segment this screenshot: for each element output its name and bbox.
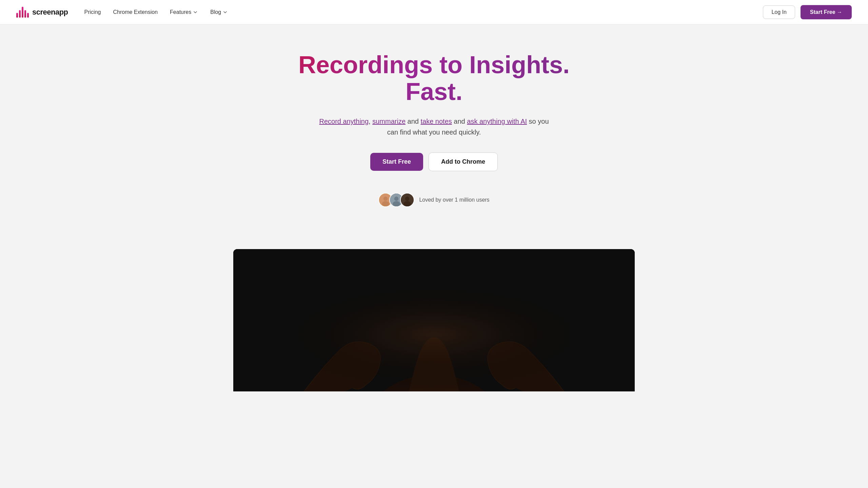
nav-blog-label: Blog — [210, 9, 221, 15]
logo-bar-4 — [24, 10, 26, 18]
video-section — [217, 249, 651, 391]
video-container[interactable] — [233, 249, 635, 391]
hero-title: Recordings to Insights. Fast. — [298, 52, 570, 105]
video-background — [233, 249, 635, 391]
nav-left: screenapp Pricing Chrome Extension Featu… — [16, 7, 228, 18]
nav-features-label: Features — [170, 9, 191, 15]
nav-link-pricing[interactable]: Pricing — [84, 9, 101, 15]
avatar-group — [378, 193, 414, 207]
blog-chevron-down-icon — [222, 9, 228, 15]
svg-point-4 — [394, 197, 399, 201]
logo[interactable]: screenapp — [16, 7, 68, 18]
hero-link-ai[interactable]: ask anything with AI — [467, 118, 527, 125]
svg-point-7 — [405, 197, 410, 201]
avatar-3 — [400, 193, 414, 207]
svg-point-2 — [382, 201, 390, 207]
nav-right: Log In Start Free → — [763, 5, 852, 19]
nav-link-blog[interactable]: Blog — [210, 9, 228, 15]
social-proof-text: Loved by over 1 million users — [419, 197, 489, 203]
start-free-nav-button[interactable]: Start Free → — [801, 5, 852, 19]
hero-link-notes[interactable]: take notes — [421, 118, 452, 125]
hero-link-record[interactable]: Record anything — [319, 118, 369, 125]
hero-section: Recordings to Insights. Fast. Record any… — [0, 24, 868, 249]
logo-bar-3 — [22, 7, 23, 18]
login-button[interactable]: Log In — [763, 5, 795, 19]
hero-sep3: and — [452, 118, 467, 125]
logo-icon — [16, 7, 29, 18]
hero-sep2: and — [406, 118, 420, 125]
logo-bar-2 — [19, 10, 21, 18]
svg-point-1 — [383, 197, 388, 201]
svg-point-8 — [404, 201, 411, 207]
nav-link-chrome[interactable]: Chrome Extension — [113, 9, 158, 15]
svg-rect-11 — [233, 249, 635, 391]
logo-bar-5 — [27, 13, 29, 18]
logo-text: screenapp — [32, 8, 68, 17]
social-proof: Loved by over 1 million users — [378, 193, 489, 207]
hero-link-summarize[interactable]: summarize — [372, 118, 406, 125]
video-hands-svg — [233, 249, 635, 391]
logo-bar-1 — [16, 13, 18, 18]
nav-links: Pricing Chrome Extension Features Blog — [84, 9, 228, 15]
hero-title-line1: Recordings to Insights. — [298, 51, 570, 78]
features-chevron-down-icon — [193, 9, 198, 15]
add-to-chrome-button[interactable]: Add to Chrome — [429, 152, 498, 171]
hero-sep1: , — [369, 118, 372, 125]
hero-subtitle: Record anything, summarize and take note… — [319, 116, 549, 138]
nav-link-features[interactable]: Features — [170, 9, 198, 15]
hero-buttons: Start Free Add to Chrome — [370, 152, 498, 171]
start-free-hero-button[interactable]: Start Free — [370, 153, 423, 171]
hero-title-line2: Fast. — [406, 78, 462, 105]
navbar: screenapp Pricing Chrome Extension Featu… — [0, 0, 868, 24]
svg-point-5 — [393, 201, 400, 207]
